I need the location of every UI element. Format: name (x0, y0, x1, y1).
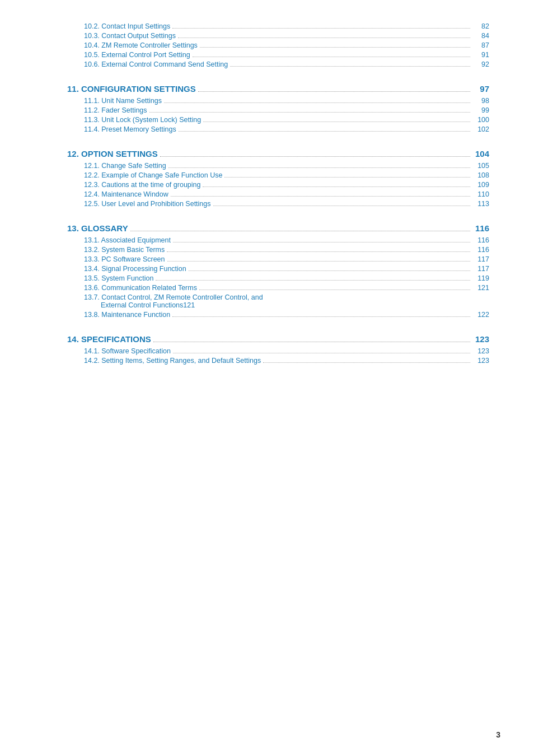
dot-leader (200, 47, 470, 48)
toc-page-11-3: 100 (472, 116, 489, 124)
section-13-heading[interactable]: 13. GLOSSARY 116 (67, 223, 489, 233)
toc-item-11-3[interactable]: 11.3. Unit Lock (System Lock) Setting 10… (67, 116, 489, 124)
dot-leader (178, 38, 470, 38)
toc-page-13-2: 116 (472, 246, 489, 254)
toc-item-13-3[interactable]: 13.3. PC Software Screen 117 (67, 255, 489, 263)
toc-item-10-5[interactable]: 10.5. External Control Port Setting 91 (67, 51, 489, 59)
toc-item-13-6[interactable]: 13.6. Communication Related Terms 121 (67, 284, 489, 292)
toc-page-12-5: 113 (472, 200, 489, 208)
section-11-heading[interactable]: 11. CONFIGURATION SETTINGS 97 (67, 84, 489, 94)
dot-leader (160, 156, 470, 157)
section-13-title: 13. GLOSSARY (67, 223, 128, 233)
toc-page-10-3: 84 (472, 32, 489, 40)
toc-item-12-3[interactable]: 12.3. Cautions at the time of grouping 1… (67, 181, 489, 189)
toc-page-11-2: 99 (472, 106, 489, 114)
toc-label-13-2: 13.2. System Basic Terms (84, 246, 165, 254)
toc-page-14-2: 123 (472, 357, 489, 365)
dot-leader (149, 112, 470, 113)
dot-leader (224, 177, 470, 178)
toc-page-10-4: 87 (472, 41, 489, 49)
dot-leader (173, 242, 470, 242)
toc-page-13-7: 121 (183, 301, 195, 309)
toc-label-12-3: 12.3. Cautions at the time of grouping (84, 181, 200, 189)
toc-page-12-4: 110 (472, 190, 489, 198)
dot-leader (156, 280, 470, 281)
toc-item-12-4[interactable]: 12.4. Maintenance Window 110 (67, 190, 489, 198)
toc-item-14-2[interactable]: 14.2. Setting Items, Setting Ranges, and… (67, 357, 489, 365)
toc-page-13-1: 116 (472, 236, 489, 244)
section-10-remaining: 10.2. Contact Input Settings 82 10.3. Co… (67, 22, 489, 68)
toc-label-11-4: 11.4. Preset Memory Settings (84, 125, 176, 133)
toc-label-13-5: 13.5. System Function (84, 274, 153, 282)
toc-label-10-4: 10.4. ZM Remote Controller Settings (84, 41, 198, 49)
toc-page-12-2: 108 (472, 171, 489, 179)
toc-label-13-3: 13.3. PC Software Screen (84, 255, 165, 263)
toc-label-12-4: 12.4. Maintenance Window (84, 190, 168, 198)
toc-label-11-3: 11.3. Unit Lock (System Lock) Setting (84, 116, 201, 124)
toc-label-10-3: 10.3. Contact Output Settings (84, 32, 176, 40)
section-14: 14. SPECIFICATIONS 123 14.1. Software Sp… (67, 334, 489, 365)
toc-item-11-1[interactable]: 11.1. Unit Name Settings 98 (67, 97, 489, 105)
toc-label-10-5: 10.5. External Control Port Setting (84, 51, 190, 59)
toc-label-12-2: 12.2. Example of Change Safe Function Us… (84, 171, 222, 179)
section-14-page: 123 (472, 334, 489, 344)
toc-label-14-2: 14.2. Setting Items, Setting Ranges, and… (84, 357, 261, 365)
dot-leader (164, 102, 470, 103)
section-13-page: 116 (472, 223, 489, 233)
page-number: 3 (496, 730, 500, 739)
toc-item-12-2[interactable]: 12.2. Example of Change Safe Function Us… (67, 171, 489, 179)
toc-label-10-2: 10.2. Contact Input Settings (84, 22, 170, 30)
dot-leader (172, 316, 470, 317)
toc-label-11-1: 11.1. Unit Name Settings (84, 97, 162, 105)
toc-item-11-2[interactable]: 11.2. Fader Settings 99 (67, 106, 489, 114)
toc-item-13-7[interactable]: 13.7. Contact Control, ZM Remote Control… (67, 293, 489, 309)
toc-item-12-1[interactable]: 12.1. Change Safe Setting 105 (67, 162, 489, 170)
toc-page-12-1: 105 (472, 162, 489, 170)
toc-page-13-5: 119 (472, 274, 489, 282)
toc-label-12-5: 12.5. User Level and Prohibition Setting… (84, 200, 211, 208)
section-11: 11. CONFIGURATION SETTINGS 97 11.1. Unit… (67, 84, 489, 133)
section-13: 13. GLOSSARY 116 13.1. Associated Equipm… (67, 223, 489, 319)
section-12-heading[interactable]: 12. OPTION SETTINGS 104 (67, 149, 489, 158)
dot-leader (203, 122, 470, 122)
dot-leader (171, 196, 470, 197)
dot-leader (198, 91, 470, 92)
section-14-heading[interactable]: 14. SPECIFICATIONS 123 (67, 334, 489, 344)
toc-page-13-8: 122 (472, 311, 489, 319)
toc-item-10-6[interactable]: 10.6. External Control Command Send Sett… (67, 60, 489, 68)
toc-label-14-1: 14.1. Software Specification (84, 347, 171, 355)
toc-page-13-4: 117 (472, 265, 489, 273)
toc-label-13-6: 13.6. Communication Related Terms (84, 284, 197, 292)
dot-leader (167, 251, 470, 252)
toc-item-13-4[interactable]: 13.4. Signal Processing Function 117 (67, 265, 489, 273)
toc-label-10-6: 10.6. External Control Command Send Sett… (84, 60, 228, 68)
dot-leader (230, 66, 470, 67)
toc-page-10-5: 91 (472, 51, 489, 59)
toc-item-13-8[interactable]: 13.8. Maintenance Function 122 (67, 311, 489, 319)
toc-label-13-8: 13.8. Maintenance Function (84, 311, 170, 319)
dot-leader (173, 353, 470, 353)
dot-leader (168, 167, 470, 168)
toc-item-11-4[interactable]: 11.4. Preset Memory Settings 102 (67, 125, 489, 133)
toc-item-10-3[interactable]: 10.3. Contact Output Settings 84 (67, 32, 489, 40)
dot-leader (213, 206, 470, 206)
toc-label-13-1: 13.1. Associated Equipment (84, 236, 171, 244)
dot-leader (193, 57, 470, 57)
dot-leader (172, 28, 470, 29)
toc-page-11-4: 102 (472, 125, 489, 133)
toc-label-13-7-line2: External Control Functions (101, 301, 183, 309)
toc-item-13-1[interactable]: 13.1. Associated Equipment 116 (67, 236, 489, 244)
dot-leader (179, 131, 470, 132)
dot-leader (130, 231, 470, 231)
toc-item-13-5[interactable]: 13.5. System Function 119 (67, 274, 489, 282)
toc-label-13-7-line1: 13.7. Contact Control, ZM Remote Control… (84, 293, 263, 301)
toc-item-10-4[interactable]: 10.4. ZM Remote Controller Settings 87 (67, 41, 489, 49)
dot-leader (189, 270, 470, 271)
toc-label-13-4: 13.4. Signal Processing Function (84, 265, 186, 273)
toc-page-13-6: 121 (472, 284, 489, 292)
toc-item-12-5[interactable]: 12.5. User Level and Prohibition Setting… (67, 200, 489, 208)
toc-item-14-1[interactable]: 14.1. Software Specification 123 (67, 347, 489, 355)
toc-item-13-2[interactable]: 13.2. System Basic Terms 116 (67, 246, 489, 254)
toc-item-10-2[interactable]: 10.2. Contact Input Settings 82 (67, 22, 489, 30)
section-12-page: 104 (472, 149, 489, 158)
